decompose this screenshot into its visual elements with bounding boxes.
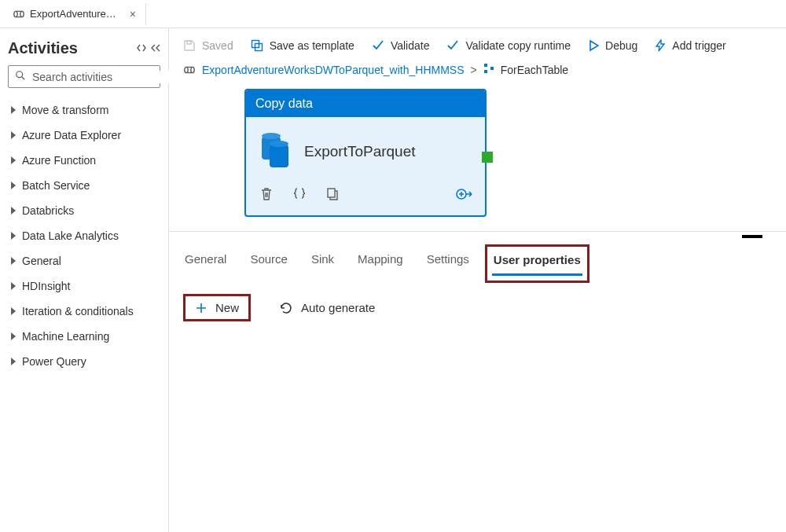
database-copy-icon [259,136,290,167]
activity-tree: Move & transform Azure Data Explorer Azu… [8,99,160,372]
activities-sidebar: Activities Move & transform Az [0,28,169,532]
svg-rect-4 [187,41,191,44]
svg-line-3 [22,77,25,80]
chevron-right-icon [11,332,16,340]
activity-type-label: Copy data [246,90,485,117]
tree-item[interactable]: General [8,250,160,272]
breadcrumb-child: ForEachTable [501,64,568,76]
chevron-right-icon [11,282,16,290]
tree-item-label: Move & transform [22,104,108,116]
auto-generate-button[interactable]: Auto generate [270,296,384,320]
svg-rect-11 [490,67,494,70]
search-input[interactable] [32,71,170,83]
panel-resize-handle[interactable] [742,235,762,238]
add-trigger-button[interactable]: Add trigger [655,39,725,52]
tree-item-label: Iteration & conditionals [22,305,134,317]
code-braces-icon[interactable] [292,186,307,204]
copy-icon[interactable] [325,186,340,204]
saved-indicator: Saved [183,39,233,52]
close-icon[interactable]: × [128,9,138,20]
activity-name: ExportToParquet [304,143,416,160]
chevron-right-icon [11,207,16,215]
tree-item-label: Azure Function [22,154,96,167]
add-output-icon[interactable] [455,186,474,204]
tab-settings[interactable]: Settings [425,248,471,281]
tree-item[interactable]: HDInsight [8,275,160,297]
chevron-right-icon [11,257,16,265]
tree-item[interactable]: Power Query [8,350,160,372]
chevron-right-icon [11,307,16,315]
tree-item-label: Data Lake Analytics [22,229,119,242]
tree-item-label: Power Query [22,355,86,368]
chevron-right-icon [11,182,16,189]
svg-point-8 [191,67,194,72]
pipeline-toolbar: Saved Save as template Validate Validate… [169,28,786,60]
chevron-right-icon [11,156,16,164]
svg-rect-12 [328,189,335,197]
canvas-area: Saved Save as template Validate Validate… [169,28,786,532]
panel-tabs: General Source Sink Mapping Settings Use… [169,238,786,281]
tree-item-label: Azure Data Explorer [22,129,121,141]
copy-data-activity[interactable]: Copy data ExportToParquet [244,89,487,217]
tree-item[interactable]: Machine Learning [8,325,160,347]
editor-tab-title: ExportAdventureW... [30,8,123,20]
editor-tabbar: ExportAdventureW... × [0,0,786,28]
svg-point-7 [185,67,188,72]
breadcrumb-root[interactable]: ExportAdventureWorksDWToParquet_with_HHM… [202,64,465,76]
search-activities[interactable] [8,65,160,88]
sidebar-collapse-icon[interactable] [151,42,160,55]
sidebar-title: Activities [8,39,78,57]
annotation-highlight: User properties [485,244,590,283]
tree-item[interactable]: Databricks [8,200,160,222]
svg-rect-10 [484,70,487,73]
properties-panel: General Source Sink Mapping Settings Use… [169,231,786,334]
tab-user-properties[interactable]: User properties [492,248,582,276]
chevron-right-icon [11,106,16,114]
tree-item-label: Databricks [22,204,74,217]
breadcrumb-separator: > [471,64,477,76]
svg-point-1 [20,11,24,17]
tree-item[interactable]: Iteration & conditionals [8,300,160,322]
pipeline-icon [183,64,196,76]
success-output-port[interactable] [482,152,493,163]
foreach-icon [483,63,494,76]
sidebar-expand-icon[interactable] [137,42,146,55]
tree-item-label: General [22,255,61,267]
save-as-template-button[interactable]: Save as template [251,39,354,52]
validate-button[interactable]: Validate [372,39,430,52]
tab-general[interactable]: General [183,248,228,281]
tree-item[interactable]: Azure Function [8,149,160,171]
tab-mapping[interactable]: Mapping [356,248,405,281]
new-property-button[interactable]: New [183,294,251,321]
pipeline-icon [13,8,25,20]
tree-item[interactable]: Batch Service [8,174,160,196]
editor-tab[interactable]: ExportAdventureW... × [5,3,146,25]
breadcrumb: ExportAdventureWorksDWToParquet_with_HHM… [169,60,786,89]
tree-item[interactable]: Azure Data Explorer [8,124,160,146]
tree-item[interactable]: Move & transform [8,99,160,121]
tree-item-label: Machine Learning [22,330,109,343]
debug-button[interactable]: Debug [588,39,637,52]
chevron-right-icon [11,131,16,139]
delete-icon[interactable] [259,186,274,204]
chevron-right-icon [11,232,16,240]
svg-point-2 [17,72,23,78]
tab-source[interactable]: Source [248,248,289,281]
svg-point-0 [14,11,17,17]
validate-copy-runtime-button[interactable]: Validate copy runtime [446,39,571,52]
tree-item-label: Batch Service [22,179,90,192]
tree-item-label: HDInsight [22,280,70,292]
tree-item[interactable]: Data Lake Analytics [8,225,160,247]
search-icon [15,70,26,83]
svg-rect-9 [484,64,487,67]
chevron-right-icon [11,358,16,365]
tab-sink[interactable]: Sink [310,248,336,281]
